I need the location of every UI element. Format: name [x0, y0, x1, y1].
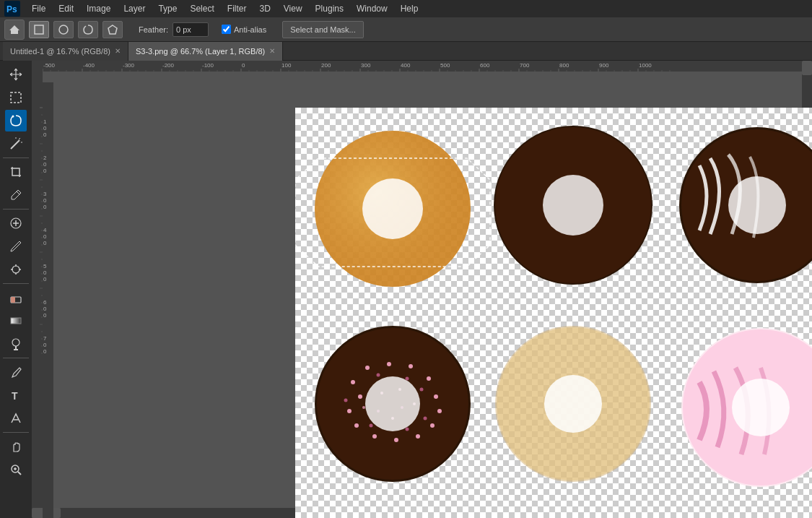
image-area — [295, 108, 812, 518]
menu-help[interactable]: Help — [395, 2, 424, 15]
svg-line-30 — [18, 472, 21, 475]
pen-tool[interactable] — [5, 361, 27, 383]
feather-input[interactable] — [173, 22, 209, 37]
svg-marker-2 — [9, 25, 19, 34]
ruler-v-label-400: 400 — [43, 227, 46, 246]
text-tool[interactable]: T — [5, 384, 27, 406]
svg-point-50 — [434, 394, 438, 399]
svg-point-39 — [543, 175, 603, 236]
menu-filter[interactable]: Filter — [222, 2, 253, 15]
donut-glazed — [295, 131, 490, 287]
clone-tool[interactable] — [5, 259, 27, 280]
svg-point-63 — [370, 424, 373, 428]
svg-point-52 — [347, 409, 352, 413]
svg-point-45 — [351, 380, 355, 384]
menu-layer[interactable]: Layer — [118, 2, 151, 15]
heal-tool[interactable] — [5, 212, 27, 234]
svg-point-62 — [420, 388, 424, 392]
ellipse-marquee-btn[interactable] — [53, 21, 74, 38]
menu-edit[interactable]: Edit — [53, 2, 79, 15]
ruler-vertical — [32, 72, 43, 508]
menu-plugins[interactable]: Plugins — [310, 2, 349, 15]
ruler-v-label-500: 500 — [43, 263, 46, 282]
donut-powdered — [495, 326, 651, 482]
poly-lasso-btn[interactable] — [102, 21, 123, 38]
donut-chocolate — [494, 126, 652, 285]
svg-line-10 — [19, 138, 20, 139]
tab-untitled-close[interactable]: ✕ — [115, 47, 121, 55]
antialias-checkbox-wrap[interactable]: Anti-alias — [222, 25, 266, 34]
main-layout: T — [0, 61, 812, 518]
ruler-corner — [32, 61, 43, 72]
svg-point-42 — [728, 176, 786, 234]
ruler-v-label-700: 700 — [43, 335, 46, 355]
menu-file[interactable]: File — [26, 2, 51, 15]
rect-marquee-btn[interactable] — [29, 21, 49, 38]
tool-separator-5 — [3, 432, 28, 433]
home-button[interactable] — [4, 20, 25, 40]
menu-image[interactable]: Image — [81, 2, 116, 15]
eyedropper-tool[interactable] — [5, 184, 27, 206]
menu-select[interactable]: Select — [184, 2, 219, 15]
antialias-checkbox[interactable] — [222, 25, 231, 34]
zoom-tool[interactable] — [5, 459, 27, 480]
tab-untitled-label: Untitled-1 @ 16.7% (RGB/8) — [10, 47, 110, 56]
marquee-tool[interactable] — [5, 87, 27, 108]
tool-separator-2 — [3, 209, 28, 210]
svg-rect-22 — [11, 297, 15, 303]
donuts-svg — [295, 108, 812, 518]
svg-point-4 — [59, 25, 68, 34]
tool-separator-1 — [3, 157, 28, 158]
svg-point-59 — [344, 399, 348, 402]
brush-tool[interactable] — [5, 236, 27, 257]
select-and-mask-button[interactable]: Select and Mask... — [282, 21, 364, 38]
lasso-btn[interactable] — [78, 21, 98, 38]
donut-pink-stripe — [681, 328, 812, 487]
svg-point-46 — [365, 366, 370, 370]
ruler-horizontal — [43, 61, 802, 72]
path-select-tool[interactable] — [5, 407, 27, 429]
svg-point-35 — [362, 178, 423, 239]
move-tool[interactable] — [5, 64, 27, 85]
donut-chocolate-stripe — [679, 127, 812, 283]
crop-tool[interactable] — [5, 161, 27, 183]
svg-point-24 — [12, 339, 19, 346]
svg-marker-5 — [108, 25, 117, 34]
tab-s3[interactable]: S3-3.png @ 66.7% (Layer 1, RGB/8) ✕ — [128, 42, 283, 61]
magic-wand-tool[interactable] — [5, 133, 27, 155]
dodge-tool[interactable] — [5, 333, 27, 355]
tab-untitled[interactable]: Untitled-1 @ 16.7% (RGB/8) ✕ — [3, 42, 128, 61]
svg-point-79 — [732, 379, 790, 436]
svg-point-48 — [409, 364, 413, 368]
ruler-v-label-300: 300 — [43, 191, 46, 210]
gradient-tool[interactable] — [5, 310, 27, 332]
menu-type[interactable]: Type — [152, 2, 183, 15]
svg-rect-23 — [11, 318, 21, 324]
svg-line-12 — [17, 191, 19, 194]
menu-view[interactable]: View — [278, 2, 308, 15]
svg-rect-3 — [35, 25, 43, 34]
eraser-tool[interactable] — [5, 287, 27, 308]
menu-window[interactable]: Window — [351, 2, 393, 15]
svg-point-73 — [365, 376, 420, 431]
tab-s3-close[interactable]: ✕ — [269, 47, 275, 55]
svg-rect-6 — [11, 92, 21, 103]
svg-point-51 — [358, 394, 362, 399]
svg-point-7 — [12, 116, 14, 118]
svg-point-57 — [430, 423, 435, 428]
svg-point-16 — [12, 266, 19, 273]
ruler-v-label-600: 600 — [43, 299, 46, 319]
document-canvas[interactable]: 100 200 300 400 500 600 700 — [43, 72, 812, 518]
svg-point-53 — [354, 423, 359, 428]
hand-tool[interactable] — [5, 436, 27, 457]
menu-3d[interactable]: 3D — [253, 2, 276, 15]
ruler-v-label-100: 100 — [43, 118, 46, 138]
svg-point-56 — [416, 434, 420, 439]
svg-point-47 — [387, 362, 391, 366]
svg-point-76 — [544, 375, 602, 433]
lasso-tool[interactable] — [5, 110, 27, 131]
toolbar: T — [0, 61, 32, 518]
svg-line-8 — [11, 140, 19, 149]
svg-point-54 — [372, 434, 377, 439]
donut-sprinkles — [315, 326, 471, 482]
